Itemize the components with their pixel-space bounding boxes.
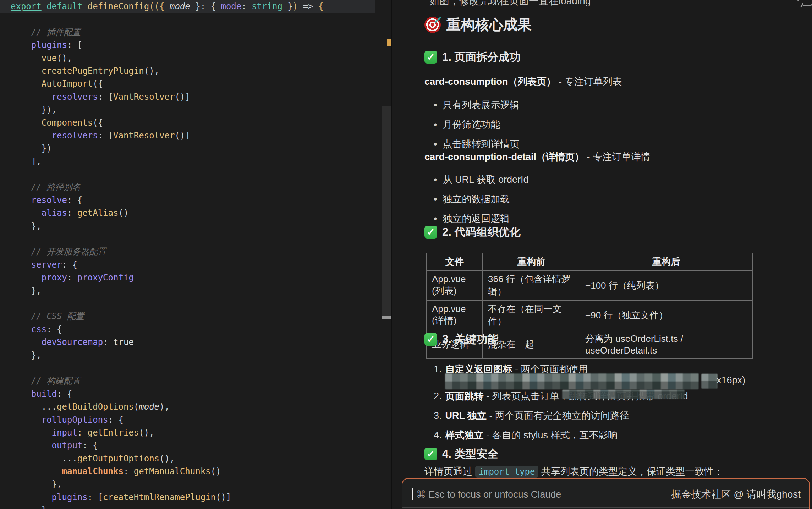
redacted-mosaic — [562, 390, 685, 399]
section-heading-text: 1. 页面拆分成功 — [442, 50, 520, 65]
result-title-text: 重构核心成果 — [446, 15, 532, 34]
claude-chat-panel: 如图，修改完现在页面一直在loading 重构核心成果 ✓ 1. 页面拆分成功 … — [392, 0, 812, 509]
table-row: App.vue (列表) 366 行（包含详情逻辑） ~100 行（纯列表） — [427, 270, 752, 300]
table-cell: 分离为 useOrderList.ts / useOrderDetail.ts — [580, 330, 752, 359]
code-line: resolvers: [VantResolver()] — [0, 129, 391, 142]
feature-number: 2. — [434, 391, 442, 401]
feature-name: 样式独立 — [445, 430, 484, 440]
editor-scrollbar[interactable] — [382, 106, 391, 318]
page1-lead: card-consumption（列表页） - 专注订单列表 — [424, 75, 622, 88]
table-header-row: 文件 重构前 重构后 — [427, 253, 752, 270]
input-row[interactable]: ⌘ Esc to focus or unfocus Claude 掘金技术社区 … — [412, 487, 801, 502]
code-line: // 构建配置 — [0, 374, 391, 387]
list-item: 独立的返回逻辑 — [434, 212, 510, 225]
feature-number: 1. — [434, 364, 442, 374]
text-caret — [412, 488, 413, 500]
code-line — [0, 297, 391, 310]
check-icon: ✓ — [424, 333, 437, 346]
code-line: rollupOptions: { — [0, 414, 391, 426]
app-window: export default defineConfig(({ mode }: {… — [0, 0, 812, 509]
feature-item: 4.样式独立 - 各自的 stylus 样式，互不影响 — [434, 429, 618, 442]
list-item: 月份筛选功能 — [434, 118, 500, 131]
code-line: ...getOutputOptions(), — [0, 452, 391, 465]
result-title: 重构核心成果 — [424, 15, 532, 34]
code-line — [0, 13, 391, 26]
section-heading-text: 4. 类型安全 — [442, 447, 498, 461]
indent-guide — [21, 14, 21, 509]
code-line: vue(), — [0, 52, 391, 65]
list-item: 点击跳转到详情页 — [434, 138, 519, 150]
section-heading-text: 3. 关键功能 — [442, 332, 498, 347]
input-divider — [402, 507, 809, 508]
code-line: }, — [0, 284, 391, 297]
code-line — [0, 232, 391, 245]
list-item: 从 URL 获取 orderId — [434, 173, 529, 186]
code-line: devSourcemap: true — [0, 336, 391, 349]
code-line: manualChunks: getManualChunks() — [0, 465, 391, 478]
indent-guide — [43, 412, 43, 509]
code-line: plugins: [ — [0, 39, 391, 51]
page2-lead: card-consumption-detail（详情页） - 专注订单详情 — [424, 150, 650, 163]
list-item: 只有列表展示逻辑 — [434, 99, 519, 111]
code-line: ...getBuildOptions(mode), — [0, 400, 391, 413]
col-header: 重构后 — [580, 253, 752, 270]
redacted-mosaic — [445, 373, 699, 389]
watermark-text: 掘金技术社区 @ 请叫我ghost — [671, 488, 801, 501]
code-line: resolve: { — [0, 194, 391, 207]
code-line: }) — [0, 142, 391, 155]
table-row: App.vue (详情) 不存在（在同一文件） ~90 行（独立文件） — [427, 300, 752, 330]
check-icon: ✓ — [424, 448, 437, 460]
table-cell: App.vue (列表) — [427, 270, 483, 300]
type-safety-note: 详情页通过 import type 共享列表页的类型定义，保证类型一致性： — [424, 465, 723, 478]
code-content[interactable]: export default defineConfig(({ mode }: {… — [0, 0, 391, 509]
claude-input-box[interactable]: ⌘ Esc to focus or unfocus Claude 掘金技术社区 … — [402, 478, 810, 509]
code-line — [0, 362, 391, 374]
code-line: // 开发服务器配置 — [0, 245, 391, 258]
feature-number: 4. — [434, 430, 442, 440]
table-cell: ~100 行（纯列表） — [580, 270, 752, 300]
feature-name: URL 独立 — [445, 410, 487, 421]
code-line: // CSS 配置 — [0, 310, 391, 323]
page2-name: card-consumption-detail（详情页） — [424, 152, 584, 162]
code-line: ], — [0, 155, 391, 168]
table-cell: ~90 行（独立文件） — [580, 300, 752, 330]
target-emoji-icon — [424, 17, 441, 33]
inline-code: import type — [475, 466, 539, 478]
code-line: // 路径别名 — [0, 181, 391, 193]
col-header: 文件 — [427, 253, 483, 270]
code-line: Components({ — [0, 116, 391, 129]
section-heading-2: ✓ 2. 代码组织优化 — [424, 225, 520, 240]
input-placeholder[interactable]: ⌘ Esc to focus or unfocus Claude — [416, 489, 561, 500]
section-heading-1: ✓ 1. 页面拆分成功 — [424, 50, 520, 65]
check-icon: ✓ — [424, 51, 437, 64]
feature-desc: - 各自的 stylus 样式，互不影响 — [484, 430, 618, 440]
table-cell: 不存在（在同一文件） — [483, 300, 580, 330]
code-line: createPugEntryPlugin(), — [0, 65, 391, 77]
table-cell: App.vue (详情) — [427, 300, 483, 330]
code-line: server: { — [0, 258, 391, 271]
code-line: AutoImport({ — [0, 77, 391, 90]
code-line: // 插件配置 — [0, 26, 391, 39]
code-line: build: { — [0, 388, 391, 400]
code-line: } — [0, 504, 391, 509]
code-line: }, — [0, 220, 391, 232]
code-editor-pane[interactable]: export default defineConfig(({ mode }: {… — [0, 0, 392, 509]
section-heading-4: ✓ 4. 类型安全 — [424, 447, 498, 461]
section-heading-text: 2. 代码组织优化 — [442, 225, 520, 240]
code-line: alias: getAlias() — [0, 207, 391, 219]
code-line: }, — [0, 478, 391, 491]
code-line: css: { — [0, 323, 391, 336]
code-line: export default defineConfig(({ mode }: {… — [0, 0, 375, 13]
table-cell: 366 行（包含详情逻辑） — [483, 270, 580, 300]
code-line: resolvers: [VantResolver()] — [0, 91, 391, 103]
redacted-mosaic-small — [701, 374, 718, 389]
section-heading-3: ✓ 3. 关键功能 — [424, 332, 498, 347]
code-line: }, — [0, 349, 391, 362]
editor-scrollbar-handle[interactable] — [382, 316, 391, 319]
feature1-suffix: x16px) — [717, 375, 745, 386]
speech-bubble-icon[interactable] — [796, 0, 812, 6]
col-header: 重构前 — [483, 253, 580, 270]
feature-item: 3.URL 独立 - 两个页面有完全独立的访问路径 — [434, 409, 629, 422]
user-message-clipped: 如图，修改完现在页面一直在loading — [429, 0, 591, 8]
note-text: 共享列表页的类型定义，保证类型一致性： — [538, 466, 723, 477]
